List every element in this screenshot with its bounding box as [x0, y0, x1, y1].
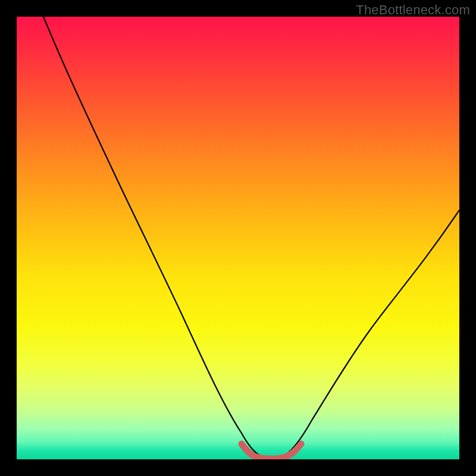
- highlight-band: [242, 444, 301, 459]
- watermark-text: TheBottleneck.com: [356, 2, 470, 18]
- chart-svg: [17, 17, 459, 459]
- chart-plot-area: [17, 17, 459, 459]
- curve-line: [43, 17, 459, 458]
